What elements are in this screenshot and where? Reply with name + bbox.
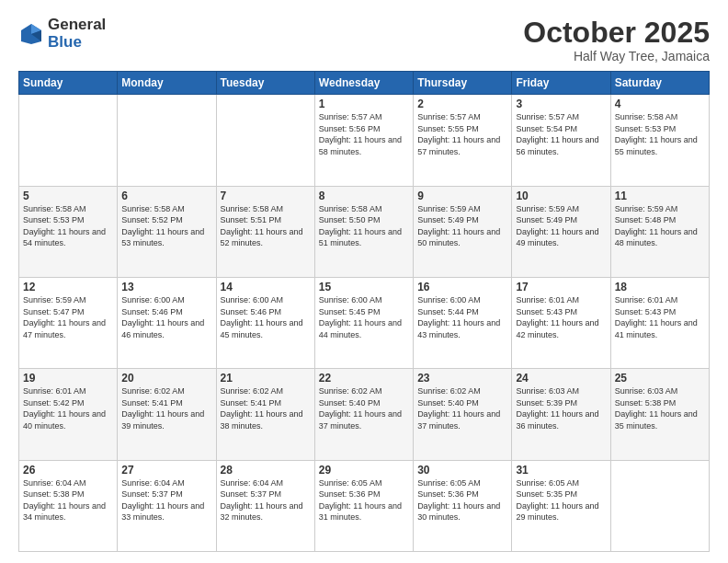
day-info: Sunrise: 6:05 AMSunset: 5:35 PMDaylight:… bbox=[516, 477, 606, 523]
day-number: 2 bbox=[417, 98, 507, 110]
day-info: Sunrise: 6:00 AMSunset: 5:45 PMDaylight:… bbox=[319, 294, 409, 340]
logo: General Blue bbox=[18, 17, 106, 51]
day-info: Sunrise: 6:03 AMSunset: 5:38 PMDaylight:… bbox=[615, 385, 705, 431]
col-thursday: Thursday bbox=[414, 72, 512, 95]
day-info: Sunrise: 5:58 AMSunset: 5:53 PMDaylight:… bbox=[23, 203, 113, 249]
day-number: 19 bbox=[23, 372, 113, 385]
day-info: Sunrise: 6:02 AMSunset: 5:40 PMDaylight:… bbox=[417, 385, 507, 431]
calendar-cell: 28 Sunrise: 6:04 AMSunset: 5:37 PMDaylig… bbox=[216, 460, 314, 551]
title-area: October 2025 Half Way Tree, Jamaica bbox=[523, 17, 710, 63]
day-number: 13 bbox=[121, 281, 211, 293]
day-number: 20 bbox=[121, 372, 211, 385]
calendar-cell: 26 Sunrise: 6:04 AMSunset: 5:38 PMDaylig… bbox=[19, 460, 118, 551]
logo-blue-text: Blue bbox=[48, 34, 106, 52]
calendar-cell: 15 Sunrise: 6:00 AMSunset: 5:45 PMDaylig… bbox=[314, 277, 413, 368]
day-number: 10 bbox=[516, 190, 606, 202]
day-number: 9 bbox=[417, 190, 507, 202]
col-wednesday: Wednesday bbox=[314, 72, 413, 95]
day-info: Sunrise: 6:02 AMSunset: 5:41 PMDaylight:… bbox=[221, 385, 311, 431]
col-friday: Friday bbox=[512, 72, 610, 95]
calendar-week-row-2: 12 Sunrise: 5:59 AMSunset: 5:47 PMDaylig… bbox=[19, 277, 710, 368]
calendar-cell: 21 Sunrise: 6:02 AMSunset: 5:41 PMDaylig… bbox=[216, 369, 314, 460]
day-number: 12 bbox=[23, 281, 113, 293]
day-info: Sunrise: 6:04 AMSunset: 5:37 PMDaylight:… bbox=[121, 477, 211, 523]
day-number: 17 bbox=[516, 281, 606, 293]
col-monday: Monday bbox=[118, 72, 216, 95]
day-info: Sunrise: 6:03 AMSunset: 5:39 PMDaylight:… bbox=[516, 385, 606, 431]
day-info: Sunrise: 5:58 AMSunset: 5:51 PMDaylight:… bbox=[221, 203, 311, 249]
calendar-cell: 25 Sunrise: 6:03 AMSunset: 5:38 PMDaylig… bbox=[610, 369, 709, 460]
col-saturday: Saturday bbox=[610, 72, 709, 95]
calendar-cell: 19 Sunrise: 6:01 AMSunset: 5:42 PMDaylig… bbox=[19, 369, 118, 460]
day-number: 4 bbox=[615, 98, 705, 110]
day-info: Sunrise: 5:57 AMSunset: 5:56 PMDaylight:… bbox=[319, 111, 409, 157]
calendar-cell: 8 Sunrise: 5:58 AMSunset: 5:50 PMDayligh… bbox=[314, 186, 413, 277]
day-info: Sunrise: 6:00 AMSunset: 5:46 PMDaylight:… bbox=[121, 294, 211, 340]
logo-general-text: General bbox=[48, 17, 106, 34]
day-number: 29 bbox=[319, 464, 409, 477]
calendar-cell: 1 Sunrise: 5:57 AMSunset: 5:56 PMDayligh… bbox=[314, 95, 413, 186]
logo-text: General Blue bbox=[48, 17, 106, 51]
day-info: Sunrise: 5:59 AMSunset: 5:47 PMDaylight:… bbox=[23, 294, 113, 340]
day-info: Sunrise: 6:00 AMSunset: 5:46 PMDaylight:… bbox=[221, 294, 311, 340]
calendar-cell: 17 Sunrise: 6:01 AMSunset: 5:43 PMDaylig… bbox=[512, 277, 610, 368]
day-info: Sunrise: 5:58 AMSunset: 5:52 PMDaylight:… bbox=[121, 203, 211, 249]
calendar-cell: 6 Sunrise: 5:58 AMSunset: 5:52 PMDayligh… bbox=[118, 186, 216, 277]
day-info: Sunrise: 5:58 AMSunset: 5:50 PMDaylight:… bbox=[319, 203, 409, 249]
day-number: 1 bbox=[319, 98, 409, 110]
calendar-cell: 14 Sunrise: 6:00 AMSunset: 5:46 PMDaylig… bbox=[216, 277, 314, 368]
calendar-cell: 13 Sunrise: 6:00 AMSunset: 5:46 PMDaylig… bbox=[118, 277, 216, 368]
day-info: Sunrise: 5:59 AMSunset: 5:48 PMDaylight:… bbox=[615, 203, 705, 249]
day-number: 16 bbox=[417, 281, 507, 293]
day-number: 23 bbox=[417, 372, 507, 385]
day-info: Sunrise: 6:04 AMSunset: 5:38 PMDaylight:… bbox=[23, 477, 113, 523]
calendar-cell: 18 Sunrise: 6:01 AMSunset: 5:43 PMDaylig… bbox=[610, 277, 709, 368]
day-number: 6 bbox=[121, 190, 211, 202]
header: General Blue October 2025 Half Way Tree,… bbox=[18, 17, 710, 63]
day-info: Sunrise: 6:04 AMSunset: 5:37 PMDaylight:… bbox=[221, 477, 311, 523]
day-number: 25 bbox=[615, 372, 705, 385]
month-title: October 2025 bbox=[523, 17, 710, 49]
calendar-cell: 22 Sunrise: 6:02 AMSunset: 5:40 PMDaylig… bbox=[314, 369, 413, 460]
calendar-cell: 24 Sunrise: 6:03 AMSunset: 5:39 PMDaylig… bbox=[512, 369, 610, 460]
day-number: 31 bbox=[516, 464, 606, 477]
calendar-header-row: Sunday Monday Tuesday Wednesday Thursday… bbox=[19, 72, 710, 95]
day-number: 24 bbox=[516, 372, 606, 385]
day-info: Sunrise: 6:00 AMSunset: 5:44 PMDaylight:… bbox=[417, 294, 507, 340]
calendar-cell: 10 Sunrise: 5:59 AMSunset: 5:49 PMDaylig… bbox=[512, 186, 610, 277]
day-info: Sunrise: 5:57 AMSunset: 5:54 PMDaylight:… bbox=[516, 111, 606, 157]
calendar-cell: 23 Sunrise: 6:02 AMSunset: 5:40 PMDaylig… bbox=[414, 369, 512, 460]
calendar-week-row-1: 5 Sunrise: 5:58 AMSunset: 5:53 PMDayligh… bbox=[19, 186, 710, 277]
calendar-cell: 30 Sunrise: 6:05 AMSunset: 5:36 PMDaylig… bbox=[414, 460, 512, 551]
col-tuesday: Tuesday bbox=[216, 72, 314, 95]
calendar-cell bbox=[216, 95, 314, 186]
day-number: 27 bbox=[121, 464, 211, 477]
calendar-cell: 20 Sunrise: 6:02 AMSunset: 5:41 PMDaylig… bbox=[118, 369, 216, 460]
day-number: 28 bbox=[221, 464, 311, 477]
day-info: Sunrise: 6:01 AMSunset: 5:42 PMDaylight:… bbox=[23, 385, 113, 431]
calendar-week-row-3: 19 Sunrise: 6:01 AMSunset: 5:42 PMDaylig… bbox=[19, 369, 710, 460]
day-number: 21 bbox=[221, 372, 311, 385]
calendar-cell: 3 Sunrise: 5:57 AMSunset: 5:54 PMDayligh… bbox=[512, 95, 610, 186]
day-info: Sunrise: 6:05 AMSunset: 5:36 PMDaylight:… bbox=[319, 477, 409, 523]
day-number: 26 bbox=[23, 464, 113, 477]
calendar-cell: 4 Sunrise: 5:58 AMSunset: 5:53 PMDayligh… bbox=[610, 95, 709, 186]
day-number: 22 bbox=[319, 372, 409, 385]
day-number: 15 bbox=[319, 281, 409, 293]
calendar-cell: 31 Sunrise: 6:05 AMSunset: 5:35 PMDaylig… bbox=[512, 460, 610, 551]
day-number: 11 bbox=[615, 190, 705, 202]
day-info: Sunrise: 5:58 AMSunset: 5:53 PMDaylight:… bbox=[615, 111, 705, 157]
col-sunday: Sunday bbox=[19, 72, 118, 95]
calendar-table: Sunday Monday Tuesday Wednesday Thursday… bbox=[18, 71, 710, 552]
day-number: 3 bbox=[516, 98, 606, 110]
day-info: Sunrise: 5:59 AMSunset: 5:49 PMDaylight:… bbox=[516, 203, 606, 249]
day-info: Sunrise: 6:01 AMSunset: 5:43 PMDaylight:… bbox=[615, 294, 705, 340]
day-number: 14 bbox=[221, 281, 311, 293]
day-info: Sunrise: 6:01 AMSunset: 5:43 PMDaylight:… bbox=[516, 294, 606, 340]
day-info: Sunrise: 5:57 AMSunset: 5:55 PMDaylight:… bbox=[417, 111, 507, 157]
calendar-cell: 11 Sunrise: 5:59 AMSunset: 5:48 PMDaylig… bbox=[610, 186, 709, 277]
calendar-cell bbox=[19, 95, 118, 186]
calendar-cell: 27 Sunrise: 6:04 AMSunset: 5:37 PMDaylig… bbox=[118, 460, 216, 551]
calendar-week-row-0: 1 Sunrise: 5:57 AMSunset: 5:56 PMDayligh… bbox=[19, 95, 710, 186]
calendar-cell bbox=[610, 460, 709, 551]
